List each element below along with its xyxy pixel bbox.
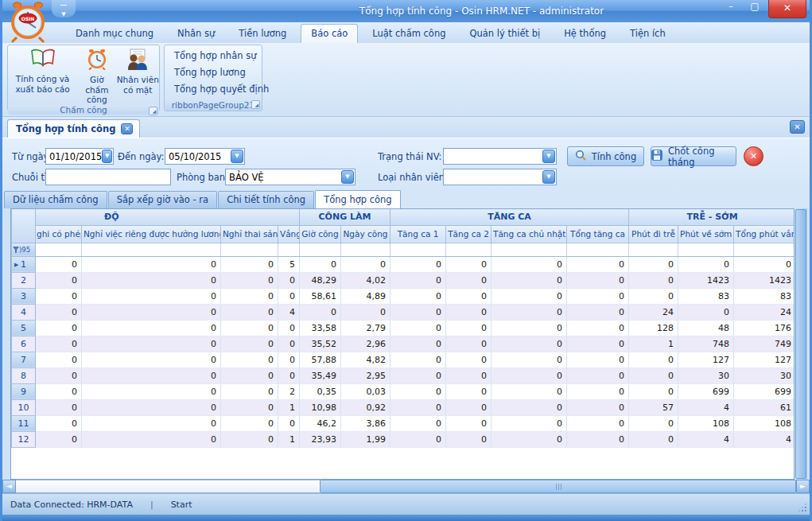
grid-cell[interactable]: 0 [36, 399, 82, 415]
nhan-vien-co-mat-button[interactable]: Nhân viên có mặt [117, 45, 159, 105]
grid-cell[interactable]: 0 [36, 415, 82, 431]
grid-cell[interactable]: 2,79 [341, 320, 390, 336]
ribbon-tab-6[interactable]: Quản lý thiết bị [460, 25, 550, 43]
grid-cell[interactable]: 0 [278, 288, 300, 304]
grid-cell[interactable]: 0 [734, 256, 795, 272]
grid-cell[interactable]: 0 [446, 288, 491, 304]
grid-cell[interactable]: 0,03 [341, 383, 390, 399]
grid-cell[interactable]: 0 [221, 383, 278, 399]
column-header[interactable]: Ngày công [341, 225, 390, 243]
grid-cell[interactable]: 0 [629, 272, 678, 288]
ribbon-tab-8[interactable]: Tiện ích [620, 25, 675, 43]
grid-cell[interactable]: 0 [491, 304, 567, 320]
scroll-left-arrow[interactable]: ◄ [2, 480, 16, 493]
grid-cell[interactable]: 748 [678, 336, 734, 352]
chevron-down-icon[interactable]: ▼ [102, 150, 112, 163]
auto-filter-cell[interactable] [221, 243, 278, 256]
grid-cell[interactable]: 0 [36, 367, 82, 383]
minimize-button[interactable]: – [721, 0, 741, 14]
ribbon-tab-1[interactable]: Danh mục chung [66, 25, 163, 43]
grid-cell[interactable]: 0 [446, 272, 491, 288]
chuoi-tim-input[interactable] [45, 169, 171, 185]
grid-cell[interactable]: 0 [491, 256, 567, 272]
grid-cell[interactable]: 0 [390, 415, 446, 431]
grid-cell[interactable]: 0 [82, 383, 221, 399]
chevron-down-icon[interactable]: ▼ [231, 150, 243, 163]
grid-cell[interactable]: 4 [278, 304, 300, 320]
grid-cell[interactable]: 2,96 [341, 336, 390, 352]
grid-cell[interactable]: 0 [446, 352, 491, 367]
grid-cell[interactable]: 83 [678, 288, 734, 304]
grid-cell[interactable]: 128 [629, 320, 678, 336]
grid-cell[interactable]: 0 [491, 431, 567, 447]
close-window-button[interactable]: ✕ [768, 0, 806, 18]
grid-cell[interactable]: 0 [278, 320, 300, 336]
grid-cell[interactable]: 0 [390, 431, 446, 447]
grid-row[interactable]: 12000123,931,990000044 [12, 431, 795, 447]
ribbon-tab-2[interactable]: Nhân sự [168, 25, 224, 43]
ribbon-tab-7[interactable]: Hệ thống [554, 25, 616, 43]
chot-cong-thang-button[interactable]: Chốt công tháng [651, 146, 736, 166]
ribbon-tab-4[interactable]: Báo cáo [301, 24, 358, 43]
chevron-down-icon[interactable]: ▼ [542, 150, 555, 163]
grid-cell[interactable]: 0 [390, 399, 446, 415]
grid-cell[interactable]: 0 [567, 304, 629, 320]
grid-cell[interactable]: 0 [221, 336, 278, 352]
auto-filter-cell[interactable] [341, 243, 390, 256]
auto-filter-cell[interactable] [734, 243, 795, 256]
grid-cell[interactable]: 0 [390, 367, 446, 383]
close-filter-button[interactable]: ✕ [744, 146, 763, 166]
grid-cell[interactable]: 0 [341, 256, 390, 272]
grid-row[interactable]: 900020,350,0300000699699 [12, 383, 795, 399]
grid-cell[interactable]: 0 [446, 431, 491, 447]
grid-cell[interactable]: 0 [390, 336, 446, 352]
column-header[interactable]: Tăng ca chủ nhật [491, 225, 567, 243]
scrollbar-track[interactable] [16, 480, 320, 493]
grid-cell[interactable]: 2 [278, 383, 300, 399]
grid-cell[interactable]: 0 [567, 431, 629, 447]
grid-cell[interactable]: 0 [82, 304, 221, 320]
grid-cell[interactable]: 0 [36, 383, 82, 399]
grid-cell[interactable]: 0 [390, 272, 446, 288]
grid-cell[interactable]: 0 [629, 415, 678, 431]
ribbon-menu-item-3[interactable]: Tổng hợp quyết định [165, 82, 262, 96]
grid-cell[interactable]: 2,95 [341, 367, 390, 383]
grid-cell[interactable]: 0 [36, 431, 82, 447]
grid-cell[interactable]: 0 [278, 272, 300, 288]
tinh-cong-xuat-bao-cao-button[interactable]: Tính công và xuất báo cáo [8, 45, 77, 105]
column-header[interactable]: Phút về sớm [678, 225, 734, 243]
grid-row[interactable]: 8000035,492,95000003030 [12, 367, 795, 383]
grid-cell[interactable]: 0 [446, 320, 491, 336]
quick-access-toolbar-button[interactable]: ▼ [52, 0, 76, 17]
sub-tab-3[interactable]: Chi tiết tính công [218, 191, 314, 208]
grid-cell[interactable]: 0 [36, 320, 82, 336]
grid-cell[interactable]: 0 [567, 320, 629, 336]
den-ngay-combobox[interactable]: 05/10/2015▼ [165, 148, 245, 165]
auto-filter-cell[interactable] [446, 243, 491, 256]
grid-cell[interactable]: 0 [390, 288, 446, 304]
trang-thai-nv-combobox[interactable]: ▼ [443, 148, 557, 165]
grid-cell[interactable]: 0 [36, 352, 82, 367]
column-header[interactable]: Tổng phút vắng [734, 225, 795, 243]
grid-cell[interactable]: 0 [390, 304, 446, 320]
grid-cell[interactable]: 0 [491, 288, 567, 304]
sub-tab-4[interactable]: Tổng hợp công [315, 190, 401, 208]
column-header[interactable]: ghi có phép [36, 225, 82, 243]
grid-cell[interactable]: 1 [278, 431, 300, 447]
loai-nhan-vien-combobox[interactable]: ▼ [443, 169, 557, 185]
grid-cell[interactable]: 0 [491, 272, 567, 288]
column-header[interactable]: Nghỉ thai sản [221, 225, 278, 243]
resize-grip[interactable] [798, 504, 806, 511]
grid-cell[interactable]: 4 [678, 431, 734, 447]
grid-cell[interactable]: 4,82 [341, 352, 390, 367]
grid-cell[interactable]: 5 [278, 256, 300, 272]
grid-cell[interactable]: 0 [278, 367, 300, 383]
chevron-down-icon[interactable]: ▼ [341, 170, 354, 184]
grid-cell[interactable]: 108 [734, 415, 795, 431]
grid-cell[interactable]: 127 [678, 352, 734, 367]
grid-cell[interactable]: 0 [446, 256, 491, 272]
grid-cell[interactable]: 0 [567, 367, 629, 383]
ribbon-tab-3[interactable]: Tiền lương [229, 25, 296, 43]
grid-cell[interactable]: 699 [678, 383, 734, 399]
grid-cell[interactable]: 108 [678, 415, 734, 431]
